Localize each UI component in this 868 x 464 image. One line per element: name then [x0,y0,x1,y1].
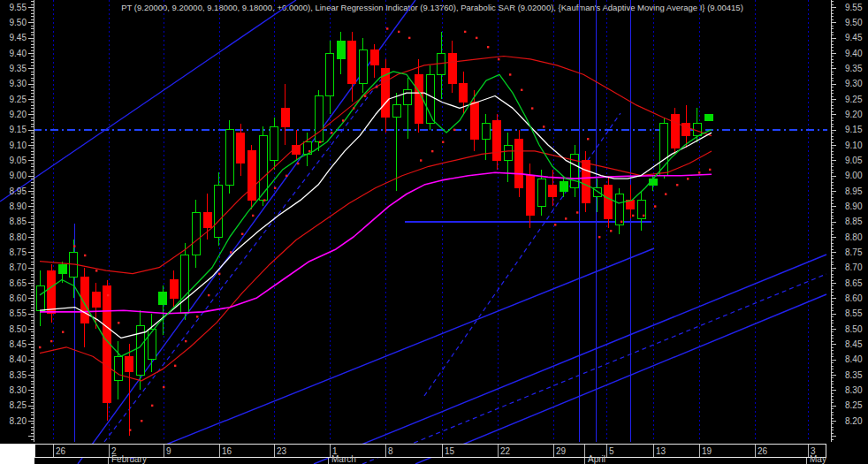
candle [671,108,679,154]
candle [649,176,657,191]
price-label-right: 8.65 [845,278,863,288]
candle [136,310,144,390]
date-tick-label: 26 [56,446,66,456]
price-label-right: 9.45 [845,33,863,42]
candle [281,84,289,145]
price-label-left: 8.95 [10,186,27,196]
parabolic-sar-dot [554,224,556,225]
parabolic-sar-dot [364,95,366,97]
price-label-right: 9.05 [845,156,863,165]
price-label-left: 9.55 [10,3,27,12]
date-tick-label: 22 [500,446,511,456]
candle [270,118,278,170]
date-tick-label: 5 [609,446,614,456]
date-tick-label: 15 [445,446,455,456]
price-label-left: 8.70 [10,262,27,272]
price-label-left: 8.90 [10,202,27,211]
price-label-right: 9.30 [845,79,863,88]
parabolic-sar-dot [218,273,220,275]
parabolic-sar-dot [297,163,299,164]
price-label-right: 9.25 [845,95,863,104]
price-label-right: 9.40 [845,49,863,58]
price-label-left: 9.30 [10,79,27,88]
date-tick-label: 9 [166,446,171,456]
price-label-left: 9.25 [10,95,27,104]
price-label-right: 8.60 [845,293,863,303]
month-label: February [111,454,147,464]
parabolic-sar-dot [353,107,354,109]
price-label-left: 8.75 [10,247,27,257]
parabolic-sar-dot [342,119,344,121]
candle [637,191,645,231]
parabolic-sar-dot [84,255,86,256]
price-label-left: 9.00 [10,171,27,180]
price-label-right: 8.35 [845,370,863,380]
price-label-right: 9.55 [845,3,863,12]
candle [438,32,445,99]
price-label-right: 8.90 [845,202,863,211]
parabolic-sar-dot [151,405,153,407]
candle [92,283,100,329]
parabolic-sar-dot [331,132,332,133]
parabolic-sar-dot [442,141,444,143]
candle [526,164,534,228]
price-label-right: 9.00 [845,171,863,180]
parabolic-sar-dot [698,171,700,173]
candle [203,194,211,240]
candle [493,114,501,169]
candle [704,114,712,120]
parabolic-sar-dot [610,230,612,232]
month-label: April [588,454,605,464]
price-label-left: 8.35 [10,370,27,380]
parabolic-sar-dot [487,46,489,48]
parabolic-sar-dot [531,107,533,109]
parabolic-sar-dot [543,126,544,127]
price-label-left: 9.35 [10,64,27,73]
price-label-left: 8.80 [10,232,27,242]
candle [293,130,301,161]
price-label-left: 8.20 [10,416,27,426]
price-label-right: 9.15 [845,125,863,134]
parabolic-sar-dot [107,294,109,296]
candle [80,268,88,347]
candle [382,59,390,133]
parabolic-sar-dot [464,31,466,33]
upper-red-band-line [40,57,712,274]
price-chart-canvas[interactable]: 9.559.559.509.509.459.459.409.409.359.35… [0,0,868,464]
parabolic-sar-dot [398,31,400,33]
parabolic-sar-dot [521,89,522,91]
price-label-right: 8.20 [845,416,863,426]
trendline [314,255,826,464]
parabolic-sar-dot [665,193,666,194]
parabolic-sar-dot [376,86,377,87]
parabolic-sar-dot [141,420,142,422]
price-label-left: 9.10 [10,141,27,150]
price-label-right: 8.55 [845,308,863,318]
parabolic-sar-dot [196,316,198,317]
price-label-left: 8.85 [10,217,27,226]
parabolic-sar-dot [62,331,64,332]
price-label-left: 9.20 [10,110,27,119]
price-label-left: 8.30 [10,385,27,395]
price-label-left: 8.45 [10,339,27,349]
month-label: March [331,454,356,464]
price-label-right: 8.45 [845,339,863,349]
parabolic-sar-dot [453,129,455,131]
parabolic-sar-dot [263,199,265,201]
candle [247,145,255,209]
candle [315,90,323,151]
candle [159,285,167,334]
parabolic-sar-dot [319,141,321,143]
parabolic-sar-dot [129,429,131,430]
parabolic-sar-dot [252,215,254,217]
price-label-right: 9.20 [845,110,863,119]
price-label-left: 8.40 [10,354,27,364]
parabolic-sar-dot [687,178,689,179]
candle [215,172,223,246]
price-label-left: 8.25 [10,400,27,410]
parabolic-sar-dot [420,159,422,161]
candle [181,243,189,320]
candle [148,314,156,372]
candle [48,264,56,323]
candle [582,151,590,212]
